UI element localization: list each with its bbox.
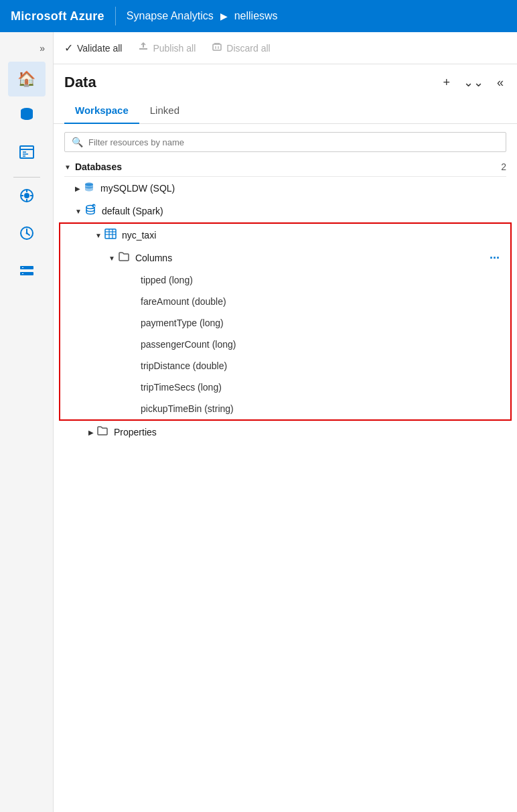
folder-icon [118, 251, 130, 265]
validate-all-button[interactable]: ✓ Validate all [64, 42, 122, 54]
databases-chevron: ▼ [64, 163, 71, 171]
publish-label: Publish all [153, 43, 196, 54]
properties-folder-icon [96, 425, 108, 439]
svg-rect-17 [22, 273, 23, 274]
spark-database-icon: ★ [84, 204, 96, 218]
svg-text:★: ★ [93, 204, 96, 208]
integrate-icon [18, 187, 35, 208]
columns-more-button[interactable]: ··· [490, 251, 500, 265]
mysql-dw-node[interactable]: ▶ mySQLDW (SQL) [54, 177, 517, 200]
tab-bar: Workspace Linked [54, 98, 517, 124]
content-area: ✓ Validate all Publish all [54, 32, 517, 812]
database-icon [83, 181, 95, 196]
column-trip-distance: tripDistance (double) [60, 355, 510, 377]
columns-folder-node[interactable]: ▼ Columns ··· [60, 247, 510, 269]
column-fare-amount: fareAmount (double) [60, 291, 510, 312]
sidebar-item-data[interactable] [8, 99, 46, 134]
highlighted-group: ▼ nyc_taxi [59, 222, 512, 421]
default-spark-chevron: ▼ [75, 208, 82, 215]
default-spark-node[interactable]: ▼ ★ default (Spark) [54, 200, 517, 222]
columns-label: Columns [135, 253, 490, 263]
nyc-taxi-chevron: ▼ [95, 232, 102, 239]
svg-rect-18 [139, 48, 147, 50]
databases-count: 2 [501, 161, 506, 172]
data-icon [18, 106, 35, 127]
search-input[interactable] [88, 137, 499, 147]
publish-all-button[interactable]: Publish all [138, 42, 196, 55]
databases-label: Databases [75, 161, 122, 172]
collapse-button[interactable]: « [494, 73, 506, 92]
discard-label: Discard all [226, 43, 270, 54]
expand-button[interactable]: ⌄⌄ [461, 72, 486, 92]
publish-icon [138, 42, 149, 55]
svg-point-13 [25, 232, 27, 234]
search-container: 🔍 [54, 124, 517, 157]
validate-icon: ✓ [64, 42, 73, 54]
monitor-icon [18, 224, 35, 246]
toolbar: ✓ Validate all Publish all [54, 32, 517, 64]
svg-rect-19 [213, 44, 221, 50]
main-layout: » 🏠 [0, 32, 517, 812]
sidebar-item-home[interactable]: 🏠 [8, 62, 46, 96]
nyc-taxi-node[interactable]: ▼ nyc_taxi [60, 224, 510, 247]
svg-rect-16 [22, 267, 23, 268]
home-icon: 🏠 [17, 70, 35, 88]
sidebar-item-monitor[interactable] [8, 218, 46, 253]
panel-header: Data + ⌄⌄ « [54, 64, 517, 98]
databases-section-header[interactable]: ▼ Databases 2 [54, 157, 517, 176]
panel-header-actions: + ⌄⌄ « [440, 72, 506, 92]
mysql-dw-label: mySQLDW (SQL) [100, 183, 506, 194]
properties-label: Properties [114, 427, 506, 437]
sidebar-collapse-button[interactable]: » [34, 38, 50, 59]
column-passenger-count: passengerCount (long) [60, 334, 510, 355]
sidebar-item-integrate[interactable] [8, 180, 46, 215]
sidebar-separator [13, 177, 40, 178]
columns-chevron: ▼ [108, 255, 115, 262]
add-button[interactable]: + [440, 73, 453, 92]
column-trip-time-secs: tripTimeSecs (long) [60, 377, 510, 398]
manage-icon [18, 262, 35, 283]
column-payment-type: paymentType (long) [60, 312, 510, 334]
nyc-taxi-label: nyc_taxi [122, 230, 500, 241]
svg-rect-1 [20, 146, 33, 158]
svg-rect-29 [105, 229, 116, 239]
properties-chevron: ▶ [88, 429, 94, 436]
tab-workspace[interactable]: Workspace [64, 98, 139, 124]
tab-linked[interactable]: Linked [139, 98, 190, 124]
tree: ▼ Databases 2 ▶ mySQLDW (SQL) [54, 157, 517, 812]
service-name: Synapse Analytics [127, 10, 214, 22]
column-pickup-time-bin: pickupTimeBin (string) [60, 398, 510, 419]
sidebar-item-manage[interactable] [8, 255, 46, 290]
header-divider [115, 7, 116, 25]
data-panel: Data + ⌄⌄ « Workspace Linked 🔍 [54, 64, 517, 812]
header-arrow: ▶ [220, 11, 228, 21]
mysql-dw-chevron: ▶ [75, 185, 80, 192]
properties-node[interactable]: ▶ Properties [54, 421, 517, 444]
svg-point-7 [24, 193, 29, 198]
sidebar-item-develop[interactable] [8, 137, 46, 172]
brand-name: Microsoft Azure [11, 9, 104, 23]
search-box: 🔍 [64, 132, 506, 152]
azure-header: Microsoft Azure Synapse Analytics ▶ nell… [0, 0, 517, 32]
search-icon: 🔍 [72, 137, 83, 147]
sidebar: » 🏠 [0, 32, 54, 812]
discard-all-button[interactable]: Discard all [212, 42, 270, 55]
column-tipped: tipped (long) [60, 269, 510, 291]
workspace-name: nelliesws [234, 10, 278, 22]
panel-title: Data [64, 74, 440, 91]
default-spark-label: default (Spark) [102, 206, 506, 216]
table-icon [104, 228, 117, 243]
validate-label: Validate all [77, 43, 122, 54]
develop-icon [18, 143, 35, 165]
discard-icon [212, 42, 222, 55]
